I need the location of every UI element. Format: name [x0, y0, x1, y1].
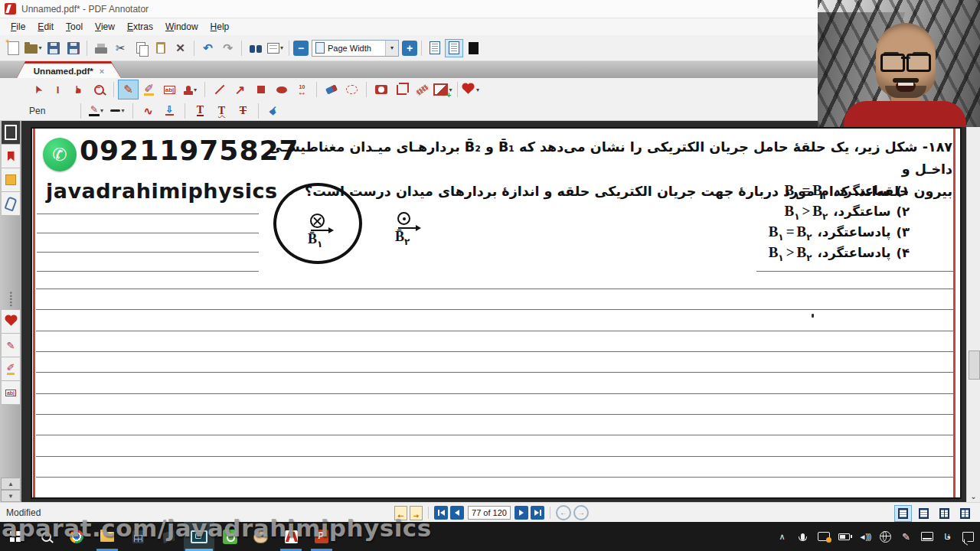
pen-tool-tab[interactable]: ✎	[2, 334, 20, 357]
facing-layout-button[interactable]	[956, 505, 974, 522]
lasso-tool-button[interactable]	[342, 80, 361, 99]
zoom-out-button[interactable]: −	[293, 41, 309, 56]
select-tool-button[interactable]: ➤	[28, 80, 47, 99]
action-center-button[interactable]	[958, 522, 978, 551]
rectangle-tool-button[interactable]	[251, 80, 270, 99]
last-page-button[interactable]	[531, 506, 544, 520]
pen-tool-button[interactable]: ✎	[119, 80, 138, 99]
measure-tool-button[interactable]: 10↔	[292, 80, 312, 99]
undo-button[interactable]: ↶	[198, 38, 217, 58]
delete-button[interactable]: ✕	[171, 38, 190, 58]
insert-image-button[interactable]: ▾	[433, 80, 452, 99]
bookmarks-panel-tab[interactable]	[2, 145, 20, 168]
tray-payment-button[interactable]	[813, 522, 834, 551]
sidebar-scroll-down-button[interactable]: ▼	[1, 490, 21, 502]
highlighter-tool-button[interactable]: ✐	[139, 80, 158, 99]
ellipse-tool-button[interactable]	[272, 80, 291, 99]
document-tab[interactable]: Unnamed.pdf* ×	[17, 61, 121, 78]
menu-window[interactable]: Window	[159, 20, 204, 34]
stamp-tool-button[interactable]: ▾	[181, 80, 200, 99]
navigate-forward-button[interactable]: →	[573, 505, 589, 520]
copy-button[interactable]	[131, 38, 150, 58]
highlighter-tool-tab[interactable]: ✐	[2, 357, 20, 381]
facing-continuous-layout-button[interactable]	[936, 505, 953, 522]
annotations-panel-tab[interactable]	[2, 168, 20, 192]
touch-mode-button[interactable]: ☛	[264, 102, 283, 120]
tray-pen-settings-button[interactable]: ✎	[896, 522, 916, 551]
taskbar-app-button[interactable]	[153, 522, 184, 551]
next-annotated-page-button[interactable]: ⇢	[410, 506, 423, 520]
sidebar-scroll-up-button[interactable]: ▲	[1, 478, 21, 490]
tray-battery-button[interactable]	[834, 522, 854, 551]
eraser-tool-button[interactable]	[322, 80, 341, 99]
fullscreen-button[interactable]	[464, 39, 482, 57]
pen-color-button[interactable]: ✎▾	[87, 102, 106, 120]
tray-touchpad-button[interactable]	[916, 522, 937, 551]
tray-overflow-button[interactable]: ∧	[772, 522, 792, 551]
sidebar-drag-handle[interactable]: •••••	[7, 292, 15, 308]
page-position-input[interactable]: 77 of 120	[468, 506, 511, 520]
taskbar-chrome-button[interactable]	[61, 522, 92, 551]
taskbar-pdf-annotator-button[interactable]	[276, 522, 306, 551]
save-as-button[interactable]: ✕	[64, 38, 83, 58]
menu-help[interactable]: Help	[204, 20, 236, 34]
redo-button[interactable]: ↷	[218, 38, 237, 58]
tray-network-button[interactable]	[875, 522, 896, 551]
search-options-button[interactable]: ▾	[266, 38, 285, 58]
text-select-tool-button[interactable]: I	[48, 80, 67, 99]
taskbar-calculator-button[interactable]	[122, 522, 153, 551]
cut-button[interactable]: ✂	[111, 38, 130, 58]
continuous-layout-button[interactable]	[915, 505, 933, 522]
taskbar-search-button[interactable]	[31, 522, 61, 551]
menu-extras[interactable]: Extras	[121, 20, 159, 34]
favorites-button[interactable]: ▾	[462, 80, 482, 99]
strikeout-text-button[interactable]: T	[234, 102, 253, 120]
tray-volume-button[interactable]: ◄)))	[854, 522, 875, 551]
paste-button[interactable]	[151, 38, 170, 58]
tab-close-icon[interactable]: ×	[100, 67, 104, 76]
taskbar-ocam-button[interactable]	[214, 522, 245, 551]
snapshot-tool-button[interactable]	[371, 80, 390, 99]
underline-text-button[interactable]: T	[191, 102, 210, 120]
thumbnails-panel-tab[interactable]	[2, 121, 20, 145]
squiggle-text-button[interactable]: T	[212, 102, 231, 120]
smooth-curve-button[interactable]: ∿	[139, 102, 158, 120]
single-page-layout-button[interactable]	[894, 505, 912, 522]
ruler-tool-button[interactable]	[413, 80, 432, 99]
line-tool-button[interactable]	[210, 80, 229, 99]
attachments-panel-tab[interactable]	[2, 192, 20, 216]
save-button[interactable]	[44, 38, 63, 58]
taskbar-recorder-button-active[interactable]	[184, 522, 214, 551]
previous-page-button[interactable]	[450, 506, 464, 520]
tray-language-button[interactable]: فا	[937, 522, 958, 551]
arrow-tool-button[interactable]: ↗	[230, 80, 250, 99]
taskbar-paint-button[interactable]	[245, 522, 276, 551]
first-page-button[interactable]	[434, 506, 448, 520]
taskbar-file-explorer-button[interactable]	[92, 522, 122, 551]
fit-width-button[interactable]	[445, 39, 463, 57]
start-button[interactable]	[0, 522, 31, 551]
text-box-tool-button[interactable]: ab|	[160, 80, 179, 99]
scrollbar-down-icon[interactable]: ⌄	[967, 492, 980, 500]
pen-width-button[interactable]: ▾	[108, 102, 127, 120]
combo-arrow-icon[interactable]: ▾	[385, 41, 398, 56]
zoom-in-button[interactable]: +	[402, 41, 417, 56]
snap-button[interactable]: ⇩	[160, 102, 179, 120]
favorites-tool-tab[interactable]	[2, 310, 20, 334]
menu-tool[interactable]: Tool	[60, 20, 89, 34]
find-button[interactable]	[246, 38, 265, 58]
zoom-level-select[interactable]: Page Width ▾	[312, 40, 399, 57]
next-page-button[interactable]	[514, 506, 528, 520]
fit-page-button[interactable]	[426, 39, 444, 57]
pan-tool-button[interactable]: ☛	[69, 80, 88, 99]
menu-view[interactable]: View	[89, 20, 121, 34]
zoom-tool-button[interactable]	[90, 80, 109, 99]
new-document-button[interactable]	[4, 38, 23, 58]
open-button[interactable]: ▾	[24, 38, 43, 58]
taskbar-powerpoint-button[interactable]	[306, 522, 337, 551]
previous-annotated-page-button[interactable]: ⇠	[394, 506, 407, 520]
menu-edit[interactable]: Edit	[31, 20, 60, 34]
navigate-back-button[interactable]: ←	[556, 505, 571, 520]
vertical-scrollbar[interactable]: ⌄	[966, 121, 980, 502]
crop-tool-button[interactable]	[392, 80, 411, 99]
